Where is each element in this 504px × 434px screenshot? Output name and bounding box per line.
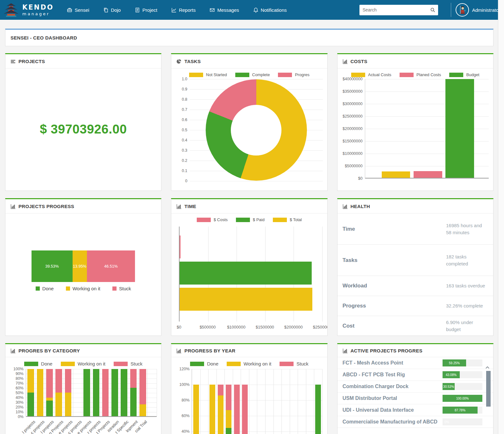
nav-item-messages[interactable]: Messages [209, 7, 239, 13]
y-axis-tick: 0.9 [182, 87, 187, 91]
y-axis-tick: 0 [185, 179, 187, 183]
app-logo[interactable]: KENDO manager [3, 2, 53, 18]
gridline [265, 369, 266, 434]
legend-swatch [61, 362, 75, 366]
column-bar [234, 369, 240, 434]
y-axis-tick: $20000000 [343, 127, 363, 131]
gridline [233, 369, 233, 434]
briefcase-icon [67, 7, 72, 13]
progress-fill: 59.25% [443, 359, 466, 366]
y-axis-tick: 50% [16, 391, 24, 395]
gridline [298, 369, 298, 434]
project-row[interactable]: USM Distributor Portal100.00% [337, 393, 493, 404]
panel-title: COSTS [351, 59, 367, 64]
time-x-axis: $0$500000$1000000$1500000$2000000$250000… [179, 325, 322, 330]
search-icon[interactable] [427, 7, 438, 12]
project-row[interactable]: Commercialise Manufacturing of ABCD0% [337, 416, 493, 428]
health-row-workload: Workload 163 tasks overdue [337, 276, 493, 296]
progress-percent: 0% [444, 420, 482, 424]
projects-progress-panel: PROJECTS PROGRESS 39.53%13.95%46.51% Don… [5, 198, 161, 336]
gridline [365, 178, 489, 179]
column-bar [266, 369, 272, 434]
x-axis-tick: $2000000 [284, 325, 303, 329]
nav-item-reports[interactable]: Reports [171, 7, 196, 13]
progress-fill: 87.78% [443, 407, 478, 414]
column-bar [209, 369, 215, 434]
column-segment [111, 369, 118, 416]
y-axis-tick: 40% [16, 395, 24, 400]
gridline [290, 369, 290, 434]
panel-title: PROGRES BY CATEGORY [18, 348, 80, 353]
column-bar [37, 369, 44, 416]
progress-segment: 39.53% [32, 250, 72, 282]
active-projects-panel: ACTIVE PROJECTS PROGRES FCT - Mesh Acces… [337, 343, 493, 434]
project-progress-bar: 0% [443, 418, 482, 425]
tasks-donut-plot: 1.00.90.80.70.60.50.40.30.20.10 [190, 79, 323, 181]
y-axis-tick: $15000000 [343, 139, 363, 143]
y-axis-tick: 0.7 [182, 107, 187, 112]
bar-chart-icon [343, 348, 348, 353]
time-panel: TIME $ Costs $ Paid $ Total $0$500000$10… [171, 198, 327, 336]
project-name: Combination Charger Dock [343, 384, 408, 389]
column-segment [315, 385, 321, 434]
panel-title: HEALTH [351, 204, 370, 209]
chevron-up-icon[interactable] [485, 366, 490, 369]
gridline [91, 369, 92, 417]
gridline [241, 369, 241, 434]
search-input[interactable] [359, 7, 427, 12]
page-scrollbar[interactable] [498, 0, 504, 434]
samurai-avatar-icon [458, 5, 467, 15]
nav-item-project[interactable]: Project [135, 7, 157, 13]
category-legend: Done Working on it Stuck [5, 361, 161, 366]
y-axis-tick: $0 [358, 176, 363, 181]
progress-by-year-panel: PROGRESS BY YEAR Done Working on it Stuc… [171, 343, 327, 434]
legend-swatch [190, 362, 204, 366]
gridline [322, 369, 323, 434]
x-axis-tick: $1000000 [227, 325, 245, 329]
y-axis-tick: $30000000 [343, 102, 363, 106]
project-row[interactable]: UDI - Universal Data Interface87.78% [337, 404, 493, 416]
legend-swatch [280, 362, 294, 366]
progress-percent: 87.78% [443, 409, 478, 412]
pagoda-logo-icon [3, 2, 20, 18]
column-segment [37, 369, 44, 416]
project-row[interactable]: ABCD - FCT PCB Test Rig43.08% [337, 369, 493, 381]
column-bar [299, 369, 305, 434]
panel-scrollbar-thumb[interactable] [486, 371, 491, 407]
x-axis-tick: $1500000 [256, 325, 274, 329]
time-bar [180, 288, 312, 311]
user-avatar[interactable] [456, 3, 469, 17]
y-axis-tick: 0% [18, 415, 24, 419]
logo-text-line2: manager [22, 12, 53, 16]
gridline [82, 369, 82, 417]
nav-item-notifications[interactable]: Notifications [253, 7, 287, 13]
progress-percent: 43.08% [443, 373, 460, 377]
project-progress-bar: 43.08% [443, 371, 482, 378]
legend-swatch [197, 218, 211, 222]
health-row-progress: Progress 32.26% complete [337, 296, 493, 316]
list-icon [11, 59, 16, 64]
y-axis-tick: 80% [16, 376, 24, 381]
column-bar [291, 369, 296, 434]
project-row[interactable]: FCT - Mesh Access Point59.25% [337, 357, 493, 369]
gridline [101, 369, 101, 417]
year-legend: Done Working on it Stuck [171, 361, 327, 366]
project-row[interactable]: Combination Charger Dock30.53% [337, 381, 493, 393]
nav-item-dojo[interactable]: Dojo [103, 7, 121, 13]
nav-item-sensei[interactable]: Sensei [67, 7, 89, 13]
column-bar [121, 369, 127, 416]
gridline [190, 181, 323, 181]
y-axis-tick: 100% [13, 367, 24, 371]
page-title-panel: SENSEI - CEO DASHBOARD [5, 29, 493, 46]
gridline [224, 369, 225, 434]
column-segment [209, 385, 215, 434]
panel-title: PROJECTS [18, 59, 45, 64]
project-progress-bar: 87.78% [443, 407, 482, 414]
gridline [249, 369, 249, 434]
donut-hole [231, 105, 281, 156]
progress-percent: 100.00% [443, 397, 482, 400]
column-bar [283, 369, 288, 434]
column-segment [46, 398, 53, 401]
column-bar [46, 369, 53, 416]
y-axis-tick: $10000000 [343, 151, 363, 156]
